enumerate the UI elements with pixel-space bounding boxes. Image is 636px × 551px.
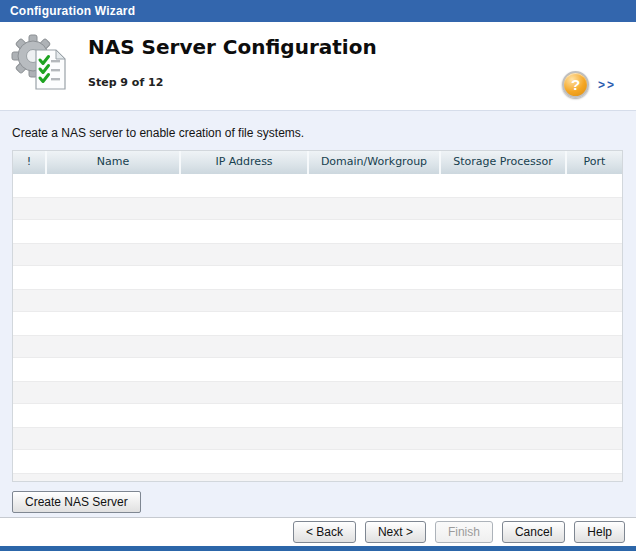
page-title: NAS Server Configuration (88, 35, 377, 59)
window-titlebar: Configuration Wizard (0, 0, 636, 22)
table-row-empty (13, 289, 622, 312)
table-row-empty (13, 220, 622, 243)
table-row-empty (13, 381, 622, 404)
table-row-empty (13, 197, 622, 220)
wizard-content: Create a NAS server to enable creation o… (0, 110, 636, 517)
column-header-[interactable]: ! (13, 151, 47, 174)
column-header-ip-address[interactable]: IP Address (181, 151, 309, 174)
table-row-empty (13, 450, 622, 473)
wizard-header: NAS Server Configuration Step 9 of 12 ? … (0, 22, 636, 110)
table-row-empty (13, 473, 622, 481)
table-row-empty (13, 312, 622, 335)
table-row-empty (13, 335, 622, 358)
table-row-empty (13, 427, 622, 450)
table-row-empty (13, 358, 622, 381)
wizard-footer: < BackNext >FinishCancelHelp (0, 517, 636, 546)
back-button[interactable]: < Back (293, 521, 356, 543)
table-row-empty (13, 174, 622, 197)
expand-chevrons-icon[interactable]: >> (598, 78, 616, 92)
window-bottom-edge (0, 546, 636, 551)
column-header-name[interactable]: Name (47, 151, 181, 174)
cancel-button[interactable]: Cancel (502, 521, 565, 543)
step-indicator: Step 9 of 12 (88, 76, 377, 89)
table-row-empty (13, 266, 622, 289)
gear-checklist-icon (8, 30, 72, 94)
table-row-empty (13, 243, 622, 266)
next-button[interactable]: Next > (365, 521, 426, 543)
table-header-row: !NameIP AddressDomain/WorkgroupStorage P… (13, 151, 622, 174)
nas-server-table: !NameIP AddressDomain/WorkgroupStorage P… (12, 150, 623, 482)
finish-button[interactable]: Finish (435, 521, 493, 543)
help-icon[interactable]: ? (562, 71, 589, 98)
column-header-port[interactable]: Port (567, 151, 622, 174)
table-body (13, 174, 622, 481)
table-row-empty (13, 404, 622, 427)
window-title: Configuration Wizard (10, 4, 135, 18)
column-header-domain-workgroup[interactable]: Domain/Workgroup (309, 151, 441, 174)
create-nas-server-button[interactable]: Create NAS Server (12, 491, 141, 513)
help-button[interactable]: Help (574, 521, 625, 543)
column-header-storage-processor[interactable]: Storage Processor (441, 151, 567, 174)
instruction-text: Create a NAS server to enable creation o… (0, 111, 636, 140)
